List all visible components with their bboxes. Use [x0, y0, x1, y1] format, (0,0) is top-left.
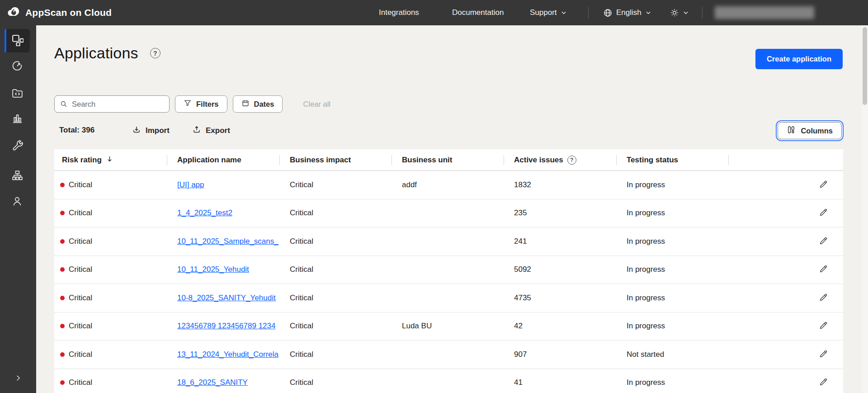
edit-application-button[interactable]	[816, 178, 830, 192]
table-row: Critical 10-8_2025_SANITY_Yehudit Critic…	[54, 284, 843, 313]
edit-application-button[interactable]	[816, 375, 830, 390]
active-issues-value: 42	[504, 322, 616, 331]
edit-application-button[interactable]	[816, 206, 830, 220]
export-upload-icon	[192, 125, 201, 137]
testing-status-value: Not started	[616, 350, 728, 359]
application-name-link[interactable]: 1_4_2025_test2	[177, 208, 232, 217]
application-name-link[interactable]: 10_11_2025_Sample_scans_	[177, 237, 278, 246]
funnel-icon	[184, 99, 192, 109]
nav-support-label: Support	[530, 8, 557, 17]
brand-cloud-flame-icon	[6, 5, 21, 21]
sun-theme-icon	[670, 8, 679, 17]
table-body: Critical [UI] app Critical addf 1832 In …	[54, 171, 843, 393]
page-header: Applications ?	[54, 44, 160, 62]
sidebar-item-scans[interactable]	[5, 55, 30, 79]
sidebar-item-applications[interactable]	[5, 29, 30, 52]
sitemap-icon	[11, 170, 24, 184]
column-settings-icon	[787, 125, 796, 136]
filters-button-label: Filters	[196, 100, 219, 109]
application-name-link[interactable]: 18_6_2025_SANITY	[177, 378, 248, 387]
sidebar-item-reports[interactable]	[5, 107, 30, 131]
pencil-icon	[819, 377, 828, 388]
critical-dot-icon	[60, 267, 65, 272]
vertical-scrollbar[interactable]	[862, 25, 868, 393]
search-box	[54, 95, 170, 113]
dates-button-label: Dates	[254, 100, 274, 109]
columns-button[interactable]: Columns	[778, 122, 842, 139]
nav-integrations[interactable]: Integrations	[379, 0, 419, 25]
sidebar-item-development[interactable]	[5, 82, 30, 106]
actions-cell	[728, 375, 843, 390]
edit-application-button[interactable]	[816, 262, 830, 277]
risk-rating-value: Critical	[69, 322, 92, 331]
header-application-name-label: Application name	[177, 156, 241, 165]
pencil-icon	[819, 321, 828, 331]
edit-application-button[interactable]	[816, 347, 830, 362]
header-testing-status[interactable]: Testing status	[616, 149, 728, 171]
page-help-icon[interactable]: ?	[150, 48, 160, 58]
sidebar-expand-button[interactable]	[10, 369, 26, 389]
dates-button[interactable]: Dates	[233, 95, 283, 113]
business-impact-value: Critical	[279, 322, 392, 331]
edit-application-button[interactable]	[816, 291, 830, 305]
sidebar-item-tools[interactable]	[5, 134, 30, 157]
actions-cell	[728, 262, 843, 277]
globe-icon	[603, 8, 613, 18]
filters-button[interactable]: Filters	[175, 95, 227, 113]
header-business-unit[interactable]: Business unit	[392, 149, 504, 171]
application-name-cell: 10_11_2025_Sample_scans_	[167, 237, 279, 246]
table-row: Critical 13_11_2024_Yehudit_Correla Crit…	[54, 341, 843, 369]
person-icon	[11, 195, 23, 209]
header-application-name[interactable]: Application name	[167, 149, 279, 171]
gauge-icon	[11, 60, 23, 74]
risk-rating-cell: Critical	[54, 322, 167, 331]
create-application-button[interactable]: Create application	[755, 49, 843, 69]
edit-application-button[interactable]	[816, 319, 830, 333]
nav-support-menu[interactable]: Support	[530, 0, 567, 25]
chevron-down-icon	[683, 9, 689, 16]
header-active-issues[interactable]: Active issues ?	[504, 149, 616, 171]
application-name-link[interactable]: [UI] app	[177, 180, 204, 189]
nav-integrations-label: Integrations	[379, 8, 419, 17]
active-issues-help-icon[interactable]: ?	[567, 156, 576, 165]
application-name-link[interactable]: 10_11_2025_Yehudit	[177, 265, 249, 274]
application-name-link[interactable]: 13_11_2024_Yehudit_Correla	[177, 350, 278, 359]
sidebar-item-users[interactable]	[5, 190, 30, 214]
nav-documentation[interactable]: Documentation	[452, 0, 504, 25]
critical-dot-icon	[60, 324, 65, 328]
table-row: Critical 10_11_2025_Sample_scans_ Critic…	[54, 227, 843, 256]
actions-cell	[728, 234, 843, 249]
actions-cell	[728, 178, 843, 192]
applications-table: Risk rating Application name Business im…	[54, 149, 843, 393]
clear-all-button[interactable]: Clear all	[303, 100, 330, 109]
application-name-link[interactable]: 10-8_2025_SANITY_Yehudit	[177, 294, 276, 302]
table-row: Critical 1_4_2025_test2 Critical 235 In …	[54, 199, 843, 228]
business-impact-value: Critical	[279, 180, 392, 189]
active-issues-value: 907	[504, 350, 616, 359]
pencil-icon	[819, 180, 828, 190]
language-selector[interactable]: English	[603, 0, 651, 25]
critical-dot-icon	[60, 296, 65, 300]
scrollbar-thumb[interactable]	[863, 27, 867, 105]
table-row: Critical 18_6_2025_SANITY Critical 41 In…	[54, 369, 843, 393]
import-button[interactable]: Import	[132, 124, 170, 137]
table-row: Critical [UI] app Critical addf 1832 In …	[54, 171, 843, 199]
header-business-impact[interactable]: Business impact	[279, 149, 392, 171]
theme-selector[interactable]	[670, 0, 689, 25]
risk-rating-value: Critical	[69, 350, 92, 359]
user-account-menu-redacted[interactable]	[715, 6, 814, 19]
search-input[interactable]	[54, 95, 170, 113]
risk-rating-cell: Critical	[54, 294, 167, 303]
main-content: Applications ? Create application	[36, 25, 868, 393]
application-name-link[interactable]: 123456789 123456789 1234	[177, 322, 275, 330]
application-name-cell: 123456789 123456789 1234	[167, 322, 279, 331]
sidebar-item-organization[interactable]	[5, 165, 30, 188]
testing-status-value: In progress	[616, 294, 728, 303]
edit-application-button[interactable]	[816, 234, 830, 249]
business-impact-value: Critical	[279, 378, 392, 387]
header-risk-rating[interactable]: Risk rating	[54, 149, 167, 171]
application-name-cell: 10_11_2025_Yehudit	[167, 265, 279, 274]
export-button[interactable]: Export	[192, 124, 230, 137]
header-active-issues-label: Active issues	[514, 156, 563, 165]
business-impact-value: Critical	[279, 350, 392, 359]
